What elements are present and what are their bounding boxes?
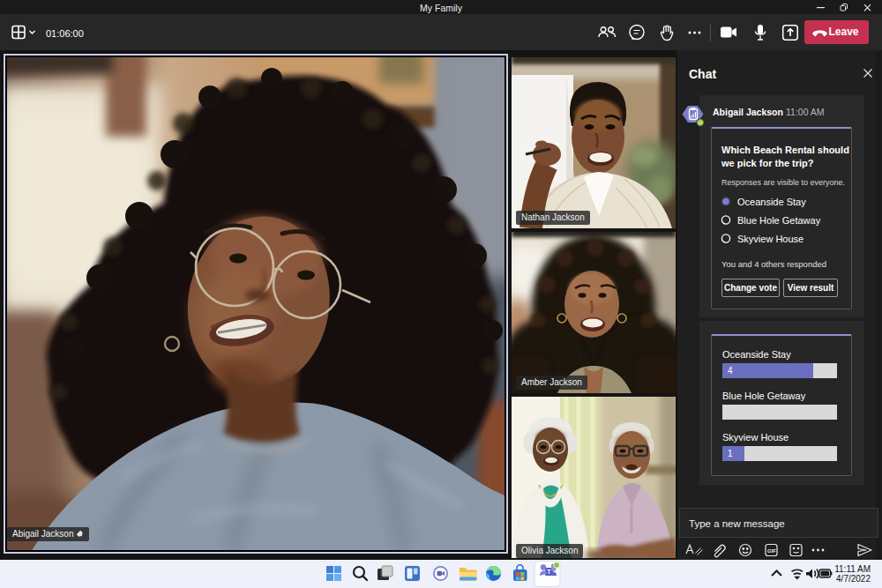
svg-text:GIF: GIF [767,548,776,554]
svg-text:11:11 AM: 11:11 AM [834,564,871,574]
svg-text:4/7/2022: 4/7/2022 [836,574,871,584]
